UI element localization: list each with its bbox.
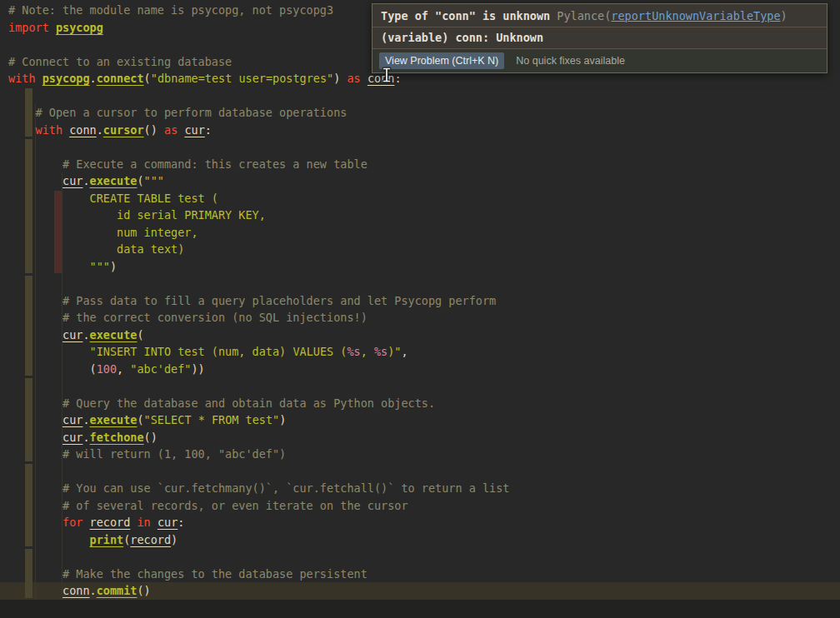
token-fg [36, 72, 42, 85]
token-fn: fetchone [90, 431, 144, 444]
code-area[interactable]: # Note: the module name is psycopg, not … [0, 0, 840, 600]
token-fg [361, 72, 368, 85]
code-line[interactable]: cur.execute( [8, 326, 840, 344]
code-line[interactable]: # the correct conversion (no SQL injecti… [8, 309, 840, 326]
code-line[interactable]: # of several records, or even iterate on… [8, 497, 840, 515]
token-fg: . [82, 174, 89, 187]
bottom-strip [0, 600, 840, 618]
token-cm: # the correct conversion (no SQL injecti… [8, 311, 368, 324]
token-fg: . [82, 431, 89, 444]
token-fg: ( [137, 413, 143, 426]
token-fn: execute [90, 413, 138, 426]
code-line[interactable]: # Pass data to fill a query placeholders… [8, 292, 840, 310]
code-line[interactable] [8, 548, 840, 566]
view-problem-action[interactable]: View Problem (Ctrl+K N) [379, 52, 504, 69]
code-line[interactable]: cur.fetchone() [8, 429, 840, 446]
tooltip-variable-row: (variable) conn: Unknown [372, 27, 827, 49]
code-line[interactable]: CREATE TABLE test ( [8, 190, 840, 207]
token-fn: execute [90, 328, 138, 341]
code-line[interactable] [8, 463, 840, 481]
code-line[interactable]: conn.commit() [8, 582, 840, 600]
token-cm: # Note: the module name is psycopg, not … [8, 3, 333, 17]
token-str: """ [144, 174, 164, 187]
token-fg: . [82, 413, 89, 426]
token-str: num integer, [8, 226, 198, 239]
code-line[interactable]: print(record) [8, 531, 840, 549]
token-str: "abc'def" [130, 362, 191, 376]
token-str: "dbname=test user=postgres" [151, 72, 333, 85]
token-fg: : [394, 72, 401, 85]
token-str: data text) [8, 242, 184, 256]
code-line[interactable]: cur.execute(""" [8, 172, 840, 190]
code-line[interactable]: # Execute a command: this creates a new … [8, 156, 840, 173]
token-var: cur [62, 431, 82, 444]
token-var: conn [368, 72, 395, 85]
token-fg [8, 345, 90, 358]
code-line[interactable]: id serial PRIMARY KEY, [8, 207, 840, 224]
token-var: conn [62, 584, 90, 597]
token-fg [8, 584, 62, 597]
token-fg: () [144, 123, 164, 137]
token-str: "SELECT * FROM test" [144, 413, 280, 426]
token-var: cur [62, 174, 82, 187]
token-fg [8, 533, 90, 546]
token-ph: %s [347, 345, 360, 358]
token-cm: # Pass data to fill a query placeholders… [8, 294, 496, 307]
code-editor: # Note: the module name is psycopg, not … [0, 0, 840, 618]
code-line[interactable]: # Open a cursor to perform database oper… [8, 104, 840, 122]
token-cm: # will return (1, 100, "abc'def") [8, 447, 286, 461]
token-cm: # Connect to an existing database [8, 55, 232, 68]
token-fg: () [137, 584, 150, 597]
code-line[interactable] [8, 138, 840, 156]
token-str: """ [8, 260, 110, 273]
token-fg [8, 328, 62, 341]
code-line[interactable]: cur.execute("SELECT * FROM test") [8, 411, 840, 429]
code-line[interactable]: "INSERT INTO test (num, data) VALUES (%s… [8, 343, 840, 361]
code-line[interactable]: """) [8, 258, 840, 276]
token-fg [62, 123, 69, 137]
token-cm: # Query the database and obtain data as … [8, 396, 435, 410]
token-var: cur [184, 123, 204, 137]
token-fg [8, 123, 36, 137]
token-kw: for [62, 516, 82, 529]
token-cm: # Execute a command: this creates a new … [8, 157, 368, 171]
token-kw: as [164, 123, 178, 137]
token-fn: execute [90, 174, 138, 187]
token-fg [8, 413, 62, 426]
token-fg [151, 516, 158, 529]
code-line[interactable]: # will return (1, 100, "abc'def") [8, 446, 840, 463]
tooltip-status-bar: View Problem (Ctrl+K N) No quick fixes a… [372, 49, 827, 72]
code-line[interactable]: data text) [8, 241, 840, 258]
token-fg: . [90, 72, 97, 85]
token-var: cur [62, 413, 82, 426]
token-fg: ) [110, 260, 117, 273]
token-fg: ) [171, 533, 178, 546]
variable-info-text: (variable) conn: Unknown [381, 31, 543, 44]
token-fn: psycopg [42, 72, 90, 85]
token-kw: with [8, 72, 36, 85]
code-line[interactable] [8, 87, 840, 105]
token-fg [82, 516, 89, 529]
code-line[interactable]: (100, "abc'def")) [8, 361, 840, 378]
code-line[interactable]: for record in cur: [8, 514, 840, 531]
token-fg: ( [144, 72, 151, 85]
code-line[interactable]: with conn.cursor() as cur: [8, 122, 840, 139]
token-num: 100 [97, 362, 117, 376]
code-line[interactable] [8, 377, 840, 395]
code-line[interactable]: # You can use `cur.fetchmany()`, `cur.fe… [8, 480, 840, 497]
code-line[interactable]: # Query the database and obtain data as … [8, 395, 840, 412]
code-line[interactable]: # Make the changes to the database persi… [8, 566, 840, 583]
token-fn: psycopg [56, 21, 103, 34]
token-fn: cursor [103, 123, 144, 137]
token-fg: () [144, 431, 158, 444]
code-line[interactable] [8, 275, 840, 292]
diagnostic-rule-link[interactable]: reportUnknownVariableType [611, 9, 780, 22]
token-cm: # Make the changes to the database persi… [8, 567, 368, 581]
token-cm: # Open a cursor to perform database oper… [8, 106, 347, 119]
diagnostic-source-close: ) [781, 9, 788, 22]
token-fg: ( [137, 328, 143, 341]
code-line[interactable]: num integer, [8, 224, 840, 242]
token-kw: as [347, 72, 360, 85]
token-fg: ) [279, 413, 286, 426]
token-kw: with [36, 123, 63, 137]
